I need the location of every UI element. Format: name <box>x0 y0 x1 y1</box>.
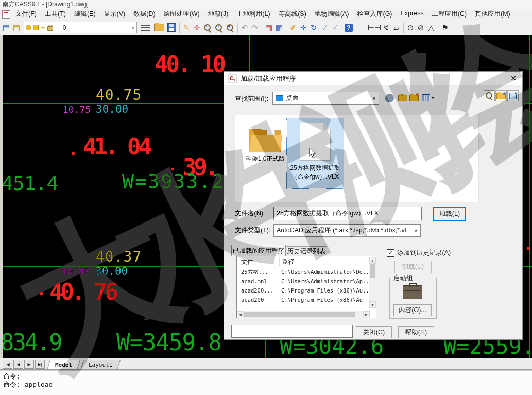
menu-item[interactable]: 文件(F) <box>11 10 41 19</box>
file-item-folder[interactable]: 科傻1.0正式版 <box>242 121 289 181</box>
scroll-up-icon[interactable]: ▲ <box>369 257 376 264</box>
menu-item[interactable]: 工程应用(C) <box>428 10 471 19</box>
open-icon[interactable] <box>154 24 164 31</box>
folder-icon <box>249 128 281 152</box>
sep <box>262 23 262 33</box>
layer-manager-icon[interactable]: ▤ <box>1 22 11 33</box>
move-icon[interactable]: ✛ <box>298 22 308 33</box>
table-row[interactable]: 25方格...C:\Users\Administrator\De... <box>237 268 361 277</box>
table-row[interactable]: acad200...C:\Program Files (x86)\Au... <box>237 286 361 296</box>
cad-text: 40.37 <box>96 250 142 264</box>
places-button[interactable]: + <box>507 90 519 101</box>
scroll-down-icon[interactable]: ▼ <box>369 301 376 308</box>
column-divider <box>279 257 280 266</box>
tab-model[interactable]: Model <box>47 360 80 370</box>
zoom-realtime-icon[interactable]: ± <box>203 24 212 32</box>
azimuth-icon[interactable]: ⊙ <box>405 22 416 33</box>
command-window[interactable]: 命令: 命令: appload <box>0 370 532 395</box>
menu-item[interactable]: 土地利用(L) <box>232 10 274 19</box>
look-in-label: 查找范围(I): <box>235 95 268 104</box>
slope-icon[interactable]: ⊘ <box>416 22 426 33</box>
horizontal-scrollbar[interactable]: ◀ ▶ <box>237 311 370 318</box>
help-icon[interactable]: ? <box>345 24 353 32</box>
scroll-right-icon[interactable]: ▶ <box>363 311 370 317</box>
cell-grid-icon[interactable]: ▦ <box>274 22 284 33</box>
table-row[interactable]: acad.mnlC:\Users\Administrator\Ap... <box>237 277 361 286</box>
zoom-scale-icon[interactable]: ◂ <box>226 24 234 32</box>
next-tab-button[interactable]: ▶ <box>24 360 34 369</box>
close-button[interactable]: 关闭(C) <box>356 326 392 338</box>
listview-header[interactable]: 文件 路径 <box>237 256 376 267</box>
layer-combo[interactable]: ☀ 0 ∨ <box>24 22 137 33</box>
linetype-icon[interactable] <box>141 25 150 31</box>
break-icon[interactable]: -∕ <box>319 22 329 33</box>
cad-text: 10.75 <box>63 105 91 114</box>
area-icon[interactable]: ▱ <box>391 22 402 33</box>
draw-icon[interactable]: ✎ <box>181 22 192 33</box>
vertical-scrollbar[interactable]: ▲ ▼ <box>369 257 376 308</box>
file-item-vlx[interactable]: 25方格网数据提取（命令fgw）.VLX <box>287 118 344 188</box>
flag-icon[interactable]: ⚑ <box>440 22 450 33</box>
favorites-button[interactable]: ✻ <box>495 90 507 101</box>
view-menu-button[interactable]: ▾ <box>420 92 436 104</box>
pan-icon[interactable]: ✜ <box>192 22 202 33</box>
column-file[interactable]: 文件 <box>241 257 253 266</box>
dialog-titlebar[interactable]: C, 加载/卸载应用程序 ✕ <box>224 72 522 85</box>
menu-item[interactable]: 显示(V) <box>100 10 130 19</box>
menu-item[interactable]: 数据(D) <box>129 10 159 19</box>
scroll-left-icon[interactable]: ◀ <box>237 311 244 317</box>
command-history-line: 命令: <box>3 372 529 381</box>
redo-icon[interactable]: ↷ <box>250 22 260 33</box>
unload-button[interactable]: 卸载(U) <box>394 261 432 273</box>
look-in-combobox[interactable]: 桌面 ∨ <box>272 92 379 105</box>
menu-item[interactable]: 工具(T) <box>41 10 70 19</box>
menu-item[interactable]: 绘图处理(W) <box>160 10 204 19</box>
file-type-select[interactable]: AutoCAD 应用程序 (*.arx;*.lsp;*.dvb;*.dbx;*.… <box>273 224 421 237</box>
layer-states-icon[interactable]: ▤ <box>11 22 22 33</box>
distance-icon[interactable]: ⊢⊣ <box>368 22 381 33</box>
menu-item[interactable]: Express <box>397 10 428 19</box>
add-to-history-checkbox[interactable]: ✓ 添加到历史记录(A) <box>387 249 451 257</box>
back-button[interactable]: ← <box>384 92 395 104</box>
column-path[interactable]: 路径 <box>282 257 295 266</box>
grid-line-vertical <box>529 35 530 358</box>
color-palette-icon[interactable]: ▦ <box>264 22 274 33</box>
prev-tab-button[interactable]: ◀ <box>13 360 23 369</box>
menu-item[interactable]: 检查入库(G) <box>353 10 396 19</box>
brush-icon[interactable]: ✐ <box>288 22 298 33</box>
scroll-thumb[interactable] <box>244 312 355 317</box>
first-tab-button[interactable]: |◀ <box>3 360 12 369</box>
loaded-apps-listview[interactable]: 文件 路径 25方格...C:\Users\Administrator\De..… <box>236 256 376 318</box>
contents-button[interactable]: 内容(O)... <box>393 304 432 316</box>
menu-item[interactable]: 其他应用(M) <box>471 10 514 19</box>
rotate-icon[interactable]: ↻ <box>308 22 319 33</box>
file-browser-panel[interactable]: 科傻1.0正式版25方格网数据提取（命令fgw）.VLX <box>235 115 479 202</box>
spline-icon[interactable]: ↯ <box>381 22 391 33</box>
new-folder-button[interactable]: ✱ <box>408 92 420 104</box>
tab-history-list[interactable]: 历史记录列表 <box>286 246 327 256</box>
extend-icon[interactable]: -∕ <box>329 22 339 33</box>
table-row[interactable]: acad200C:\Program Files (x86)\Au <box>237 296 361 305</box>
scroll-thumb[interactable] <box>370 264 375 278</box>
tab-loaded-applications[interactable]: 已加载的应用程序 <box>231 245 286 256</box>
menu-item[interactable]: 等高线(S) <box>274 10 311 19</box>
menu-item[interactable]: 地物编辑(A) <box>311 10 353 19</box>
menu-item[interactable]: 编辑(E) <box>70 10 100 19</box>
menu-item[interactable]: 地籍(J) <box>204 10 233 19</box>
load-button[interactable]: 加载(L) <box>433 207 466 221</box>
cell-path: C:\Users\Administrator\De... <box>281 269 372 275</box>
angle-icon[interactable]: △ <box>426 22 436 33</box>
close-icon[interactable]: ✕ <box>505 72 522 85</box>
tab-layout1[interactable]: Layout1 <box>80 360 121 370</box>
help-button[interactable]: 帮助(H) <box>398 326 434 338</box>
drawing-window-icon[interactable] <box>2 10 10 19</box>
zoom-window-icon[interactable]: □ <box>215 24 223 32</box>
chevron-down-icon[interactable]: ∨ <box>131 25 135 30</box>
save-icon[interactable] <box>167 23 176 32</box>
search-button[interactable] <box>484 90 495 101</box>
up-one-level-button[interactable]: ↑ <box>397 92 408 104</box>
chevron-down-icon[interactable]: ∨ <box>370 95 376 101</box>
undo-icon[interactable]: ↶ <box>239 22 250 33</box>
file-name-input[interactable]: 25方格网数据提取（命令fgw）.VLX <box>273 207 422 220</box>
last-tab-button[interactable]: ▶| <box>35 360 45 369</box>
